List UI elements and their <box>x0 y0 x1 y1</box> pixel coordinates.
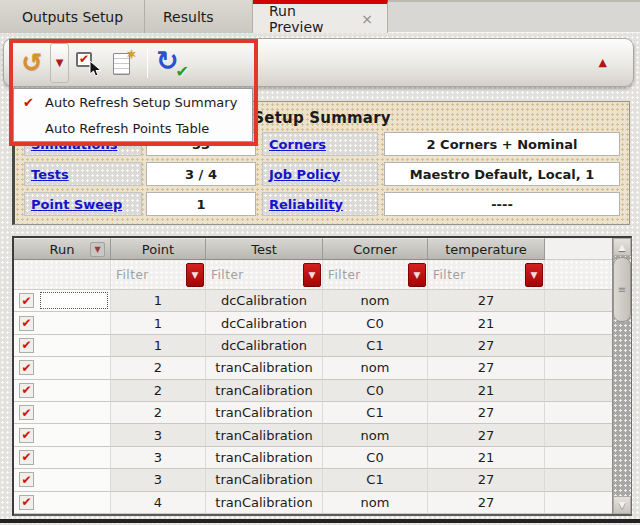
test-cell[interactable]: tranCalibration <box>206 424 323 446</box>
check-and-refresh-button[interactable]: ↻ ✔ <box>156 47 188 79</box>
point-cell[interactable]: 2 <box>111 380 206 402</box>
point-cell[interactable]: 3 <box>111 447 206 469</box>
temperature-cell[interactable]: 27 <box>428 424 545 446</box>
run-cell[interactable]: ✔ <box>14 312 111 334</box>
test-cell[interactable]: tranCalibration <box>206 357 323 379</box>
filter-cell-temperature[interactable]: Filter ▼ <box>428 260 545 289</box>
auto-refresh-menu: ✔ Auto Refresh Setup Summary Auto Refres… <box>13 88 253 142</box>
run-cell[interactable]: ✔ <box>14 424 111 446</box>
test-cell[interactable]: tranCalibration <box>206 469 323 491</box>
run-cell[interactable]: ✔ <box>14 447 111 469</box>
run-checkbox[interactable]: ✔ <box>19 360 34 375</box>
close-tab-icon[interactable]: × <box>361 12 373 26</box>
test-cell[interactable]: dcCalibration <box>206 312 323 334</box>
run-checkbox[interactable]: ✔ <box>19 495 34 510</box>
auto-refresh-icon[interactable]: ↺ <box>18 48 46 78</box>
summary-label-corners: Corners <box>262 132 378 156</box>
point-cell[interactable]: 1 <box>111 290 206 312</box>
refresh-options-dropdown-button[interactable]: ▼ <box>50 43 69 83</box>
run-cell[interactable]: ✔ <box>14 380 111 402</box>
run-checkbox[interactable]: ✔ <box>19 316 34 331</box>
tab-outputs-setup[interactable]: Outputs Setup <box>0 0 145 33</box>
temperature-cell[interactable]: 27 <box>428 335 545 357</box>
column-header-test[interactable]: Test <box>206 238 323 260</box>
temperature-cell[interactable]: 27 <box>428 402 545 424</box>
tests-link[interactable]: Tests <box>31 167 69 182</box>
sort-dropdown-icon[interactable]: ▼ <box>90 242 105 257</box>
run-checkbox[interactable]: ✔ <box>19 405 34 420</box>
run-checkbox[interactable]: ✔ <box>19 450 34 465</box>
column-header-point[interactable]: Point <box>111 238 206 260</box>
scroll-up-icon[interactable]: ▲ <box>613 238 631 256</box>
corner-cell[interactable]: C0 <box>323 380 428 402</box>
point-cell[interactable]: 1 <box>111 335 206 357</box>
run-checkbox[interactable]: ✔ <box>19 338 34 353</box>
point-cell[interactable]: 2 <box>111 357 206 379</box>
column-header-corner[interactable]: Corner <box>323 238 428 260</box>
reliability-link[interactable]: Reliability <box>269 197 343 212</box>
collapse-toolbar-icon[interactable]: ▲ <box>599 56 607 69</box>
job-policy-link[interactable]: Job Policy <box>269 167 340 182</box>
corners-link[interactable]: Corners <box>269 137 326 152</box>
corner-cell[interactable]: C1 <box>323 335 428 357</box>
corner-cell[interactable]: nom <box>323 424 428 446</box>
test-cell[interactable]: tranCalibration <box>206 492 323 514</box>
test-cell[interactable]: tranCalibration <box>206 402 323 424</box>
temperature-cell[interactable]: 21 <box>428 447 545 469</box>
run-preview-toolbar: ↺ ▼ ✔ ✶ ↻ ✔ ▲ <box>3 38 634 87</box>
menu-item-auto-refresh-points-table[interactable]: Auto Refresh Points Table <box>14 115 252 141</box>
select-checked-points-button[interactable]: ✔ <box>75 49 103 77</box>
vertical-scrollbar[interactable]: ▲ ≡ ▼ <box>612 238 631 514</box>
filter-placeholder: Filter <box>323 268 361 282</box>
filter-cell-test[interactable]: Filter ▼ <box>206 260 323 289</box>
tab-results[interactable]: Results <box>145 0 253 33</box>
run-checkbox[interactable]: ✔ <box>19 472 34 487</box>
test-cell[interactable]: dcCalibration <box>206 335 323 357</box>
scroll-down-icon[interactable]: ▼ <box>613 496 631 514</box>
filter-cell-corner[interactable]: Filter ▼ <box>323 260 428 289</box>
run-cell[interactable]: ✔ <box>14 335 111 357</box>
menu-item-auto-refresh-setup-summary[interactable]: ✔ Auto Refresh Setup Summary <box>14 89 252 115</box>
new-report-button[interactable]: ✶ <box>111 48 137 78</box>
temperature-cell[interactable]: 27 <box>428 469 545 491</box>
column-header-temperature[interactable]: temperature <box>428 238 545 260</box>
corner-cell[interactable]: nom <box>323 290 428 312</box>
temperature-cell[interactable]: 27 <box>428 357 545 379</box>
test-cell[interactable]: tranCalibration <box>206 380 323 402</box>
test-cell[interactable]: tranCalibration <box>206 447 323 469</box>
summary-value-reliability: ---- <box>384 192 620 216</box>
corner-cell[interactable]: C1 <box>323 402 428 424</box>
filter-cell-point[interactable]: Filter ▼ <box>111 260 206 289</box>
run-cell[interactable]: ✔ <box>14 402 111 424</box>
corner-cell[interactable]: C0 <box>323 312 428 334</box>
corner-cell[interactable]: C0 <box>323 447 428 469</box>
point-sweep-link[interactable]: Point Sweep <box>31 197 122 212</box>
temperature-cell[interactable]: 27 <box>428 492 545 514</box>
point-cell[interactable]: 1 <box>111 312 206 334</box>
test-cell[interactable]: dcCalibration <box>206 290 323 312</box>
temperature-cell[interactable]: 21 <box>428 380 545 402</box>
filter-dropdown-button[interactable]: ▼ <box>303 263 321 287</box>
run-checkbox[interactable]: ✔ <box>19 428 34 443</box>
run-cell[interactable]: ✔ <box>14 290 111 312</box>
tab-run-preview[interactable]: Run Preview × <box>253 0 388 33</box>
point-cell[interactable]: 3 <box>111 469 206 491</box>
point-cell[interactable]: 2 <box>111 402 206 424</box>
run-cell[interactable]: ✔ <box>14 469 111 491</box>
point-cell[interactable]: 4 <box>111 492 206 514</box>
temperature-cell[interactable]: 21 <box>428 312 545 334</box>
temperature-cell[interactable]: 27 <box>428 290 545 312</box>
filter-dropdown-button[interactable]: ▼ <box>408 263 426 287</box>
column-header-run[interactable]: Run ▼ <box>14 238 111 260</box>
run-cell[interactable]: ✔ <box>14 357 111 379</box>
run-checkbox[interactable]: ✔ <box>19 293 34 308</box>
corner-cell[interactable]: C1 <box>323 469 428 491</box>
run-cell[interactable]: ✔ <box>14 492 111 514</box>
corner-cell[interactable]: nom <box>323 357 428 379</box>
corner-cell[interactable]: nom <box>323 492 428 514</box>
scrollbar-thumb[interactable]: ≡ <box>613 257 631 322</box>
point-cell[interactable]: 3 <box>111 424 206 446</box>
filter-dropdown-button[interactable]: ▼ <box>186 263 204 287</box>
filter-dropdown-button[interactable]: ▼ <box>525 263 543 287</box>
run-checkbox[interactable]: ✔ <box>19 383 34 398</box>
